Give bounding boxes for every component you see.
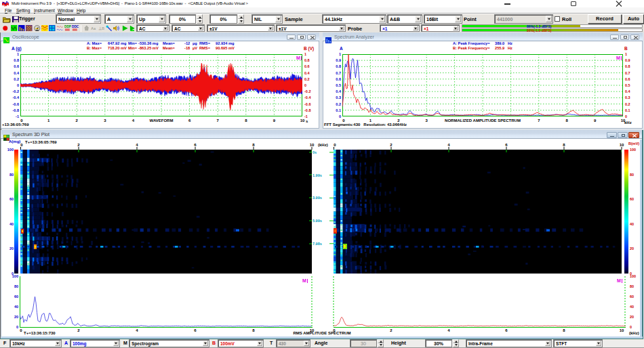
svg-text:⊥B: ⊥B: [98, 26, 104, 30]
svg-text:AA: AA: [91, 26, 96, 30]
svg-text:DDP: DDP: [64, 25, 71, 28]
svg-text:DDC: DDC: [72, 25, 79, 28]
